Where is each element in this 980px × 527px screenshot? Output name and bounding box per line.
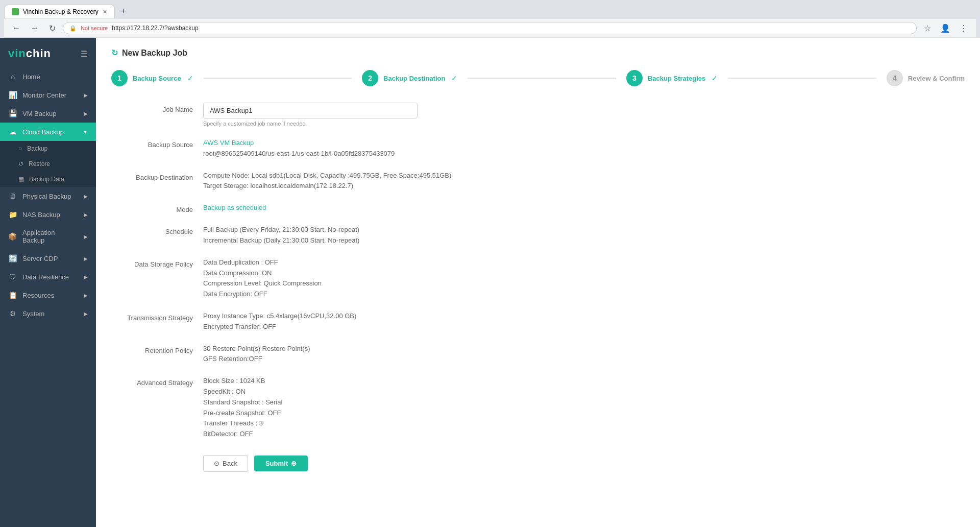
page-title: New Backup Job: [122, 49, 187, 58]
lock-icon: 🔒: [69, 25, 77, 32]
application-backup-icon: 📦: [8, 232, 17, 241]
backup-source-text: AWS VM Backup root@896525409140/us-east-…: [203, 138, 571, 159]
retention-policy-label: Retention Policy: [111, 344, 193, 354]
backup-source-line1: AWS VM Backup: [203, 138, 571, 149]
submit-label: Submit: [265, 460, 288, 467]
retention-line1: 30 Restore Point(s) Restore Point(s): [203, 344, 571, 354]
browser-chrome: Vinchin Backup & Recovery ✕ + ← → ↻ 🔒 No…: [0, 0, 980, 38]
sidebar-sub-label-restore: Restore: [29, 160, 50, 167]
sidebar-nav: ⌂ Home 📊 Monitor Center ▶ 💾 VM Backup ▶ …: [0, 67, 96, 527]
submit-button[interactable]: Submit ⊕: [254, 456, 308, 471]
sidebar-item-home[interactable]: ⌂ Home: [0, 67, 96, 86]
sidebar-item-label-server-cdp: Server CDP: [22, 255, 58, 262]
backup-icon: ○: [18, 145, 22, 152]
transmission-text: Proxy Instance Type: c5.4xlarge(16vCPU,3…: [203, 311, 571, 332]
sidebar-item-label-data-resilience: Data Resilience: [22, 273, 69, 281]
menu-button[interactable]: ⋮: [957, 22, 971, 34]
sidebar-item-resources[interactable]: 📋 Resources ▶: [0, 286, 96, 304]
back-nav-button[interactable]: ←: [9, 22, 23, 34]
sidebar-sub-item-restore[interactable]: ↺ Restore: [0, 156, 96, 172]
step-4-label: Review & Confirm: [908, 75, 965, 82]
sidebar-item-cloud-backup[interactable]: ☁ Cloud Backup ▼: [0, 123, 96, 141]
nas-backup-arrow: ▶: [84, 212, 88, 218]
resources-arrow: ▶: [84, 293, 88, 298]
backup-destination-label: Backup Destination: [111, 171, 193, 181]
backup-destination-value: Compute Node: Local sdb1(Local Disk, Cap…: [203, 171, 571, 192]
step-2-number: 2: [368, 74, 372, 82]
job-name-input[interactable]: [203, 103, 418, 118]
transmission-line2: Encrypted Transfer: OFF: [203, 322, 571, 332]
monitor-center-arrow: ▶: [84, 92, 88, 98]
step-4: 4 Review & Confirm: [887, 70, 965, 86]
step-1-number: 1: [117, 74, 121, 82]
main-content: ↻ New Backup Job 1 Backup Source ✓ 2 Bac…: [96, 38, 980, 527]
sidebar-sub-cloud-backup: ○ Backup ↺ Restore ▦ Backup Data: [0, 141, 96, 187]
schedule-line2: Incremental Backup (Daily 21:30:00 Start…: [203, 235, 571, 246]
step-4-circle: 4: [887, 70, 903, 86]
step-1-label: Backup Source: [133, 75, 181, 82]
sidebar-item-system[interactable]: ⚙ System ▶: [0, 304, 96, 323]
mode-label: Mode: [111, 203, 193, 213]
backup-source-line2: root@896525409140/us-east-1/us-east-1b/i…: [203, 149, 571, 159]
app-container: vinchin ☰ ⌂ Home 📊 Monitor Center ▶ 💾 VM…: [0, 38, 980, 527]
data-storage-line2: Data Compression: ON: [203, 268, 571, 279]
active-tab[interactable]: Vinchin Backup & Recovery ✕: [4, 5, 115, 18]
advanced-strategy-value: Block Size : 1024 KB SpeedKit : ON Stand…: [203, 376, 571, 440]
cloud-backup-arrow: ▼: [83, 129, 88, 135]
new-tab-button[interactable]: +: [117, 4, 131, 19]
address-bar[interactable]: 🔒 Not secure https://172.18.22.7/?awsbac…: [63, 22, 917, 34]
sidebar-item-label-cloud-backup: Cloud Backup: [22, 128, 64, 136]
sidebar-item-physical-backup[interactable]: 🖥 Physical Backup ▶: [0, 187, 96, 205]
sidebar-item-label-application-backup: Application Backup: [22, 229, 79, 244]
data-resilience-arrow: ▶: [84, 274, 88, 280]
sidebar-item-application-backup[interactable]: 📦 Application Backup ▶: [0, 224, 96, 249]
sidebar-item-server-cdp[interactable]: 🔄 Server CDP ▶: [0, 249, 96, 268]
step-4-number: 4: [893, 74, 897, 82]
sidebar-sub-label-backup-data: Backup Data: [29, 176, 64, 183]
step-3-number: 3: [632, 74, 636, 82]
backup-destination-line1: Compute Node: Local sdb1(Local Disk, Cap…: [203, 171, 571, 181]
retention-policy-value: 30 Restore Point(s) Restore Point(s) GFS…: [203, 344, 571, 365]
job-name-label: Job Name: [111, 103, 193, 113]
back-label: Back: [223, 460, 237, 467]
sidebar-item-monitor-center[interactable]: 📊 Monitor Center ▶: [0, 86, 96, 104]
data-storage-line4: Data Encryption: OFF: [203, 289, 571, 300]
step-3: 3 Backup Strategies ✓: [626, 70, 718, 86]
step-1-circle: 1: [111, 70, 128, 86]
job-name-row: Job Name Specify a customized job name i…: [111, 103, 571, 127]
step-3-check: ✓: [712, 74, 718, 82]
sidebar-toggle-button[interactable]: ☰: [81, 49, 88, 59]
stepper: 1 Backup Source ✓ 2 Backup Destination ✓…: [111, 70, 965, 86]
advanced-text: Block Size : 1024 KB SpeedKit : ON Stand…: [203, 376, 571, 440]
sidebar-item-nas-backup[interactable]: 📁 NAS Backup ▶: [0, 205, 96, 224]
tab-close-button[interactable]: ✕: [103, 9, 107, 15]
mode-text: Backup as scheduled: [203, 203, 571, 213]
reload-button[interactable]: ↻: [46, 22, 59, 34]
back-button[interactable]: ⊙ Back: [203, 455, 248, 472]
sidebar-sub-item-backup-data[interactable]: ▦ Backup Data: [0, 172, 96, 187]
step-2-label: Backup Destination: [383, 75, 445, 82]
step-divider-1: [204, 78, 352, 79]
sidebar-item-label-physical-backup: Physical Backup: [22, 193, 71, 200]
advanced-line3: Standard Snapshot : Serial: [203, 397, 571, 408]
sidebar-item-data-resilience[interactable]: 🛡 Data Resilience ▶: [0, 268, 96, 286]
resources-icon: 📋: [8, 291, 17, 299]
sidebar-logo: vinchin ☰: [0, 38, 96, 67]
bookmark-button[interactable]: ☆: [921, 22, 934, 34]
sidebar-sub-item-backup[interactable]: ○ Backup: [0, 141, 96, 156]
data-storage-policy-row: Data Storage Policy Data Deduplication :…: [111, 257, 571, 300]
sidebar-item-label-home: Home: [22, 73, 40, 81]
backup-destination-line2: Target Storage: localhost.localdomain(17…: [203, 181, 571, 191]
forward-nav-button[interactable]: →: [28, 22, 42, 34]
backup-source-label: Backup Source: [111, 138, 193, 149]
review-form: Job Name Specify a customized job name i…: [111, 103, 571, 472]
step-2-circle: 2: [362, 70, 378, 86]
profile-button[interactable]: 👤: [937, 22, 953, 34]
transmission-strategy-value: Proxy Instance Type: c5.4xlarge(16vCPU,3…: [203, 311, 571, 332]
server-cdp-arrow: ▶: [84, 256, 88, 261]
sidebar-item-label-vm-backup: VM Backup: [22, 110, 56, 117]
sidebar-item-vm-backup[interactable]: 💾 VM Backup ▶: [0, 104, 96, 123]
step-1-check: ✓: [187, 74, 193, 82]
refresh-icon[interactable]: ↻: [111, 48, 118, 58]
schedule-text: Full Backup (Every Friday, 21:30:00 Star…: [203, 225, 571, 246]
